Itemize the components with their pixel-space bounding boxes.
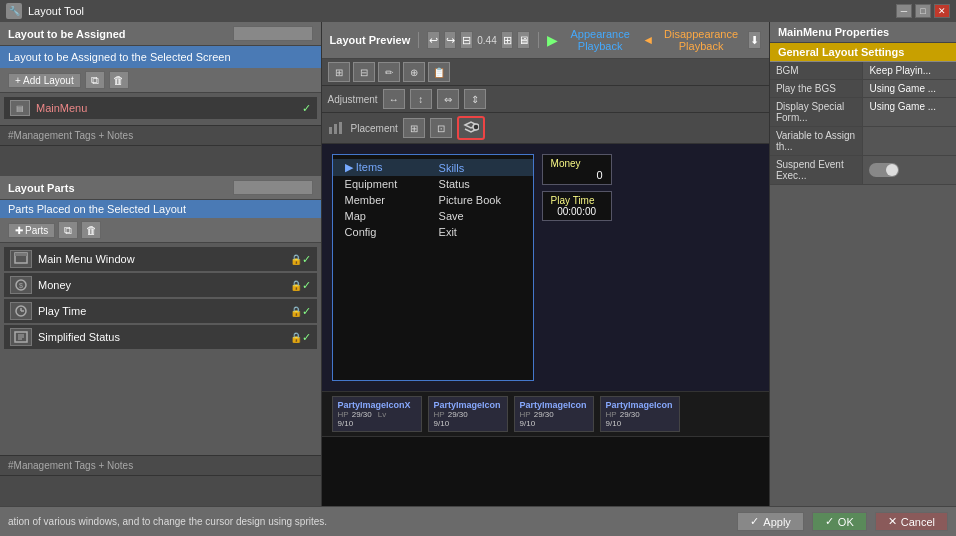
zoom-out-button[interactable]: ⊟ [460, 31, 473, 49]
ok-check-icon: ✓ [825, 515, 834, 528]
delete-layout-button[interactable]: 🗑 [109, 71, 129, 89]
tool-btn-1[interactable]: ⊞ [328, 62, 350, 82]
placement-btn-2[interactable]: ⊡ [430, 118, 452, 138]
part-icon-main-menu-window [10, 250, 32, 268]
delete-parts-button[interactable]: 🗑 [81, 221, 101, 239]
money-playtime: Money 0 Play Time 00:00:00 [542, 154, 612, 381]
tool-btn-3[interactable]: ✏ [378, 62, 400, 82]
check-icon-money: ✓ [302, 279, 311, 292]
cancel-x-icon: ✕ [888, 515, 897, 528]
management-tags-top: #Management Tags + Notes [0, 125, 321, 146]
close-button[interactable]: ✕ [934, 4, 950, 18]
table-row[interactable]: ▶ Items Skills [333, 159, 533, 176]
party-name-0: PartyImageIconX [338, 400, 416, 410]
menu-col2: Save [427, 208, 533, 224]
suspend-value[interactable] [863, 156, 956, 184]
check-icon-main-menu: ✓ [302, 253, 311, 266]
party-name-3: PartyImageIcon [606, 400, 674, 410]
undo-button[interactable]: ↩ [427, 31, 440, 49]
parts-search-input[interactable] [233, 180, 313, 195]
list-item[interactable]: Main Menu Window 🔒 ✓ [4, 247, 317, 271]
layout-parts-section: Layout Parts Parts Placed on the Selecte… [0, 176, 321, 506]
placement-btn-1[interactable]: ⊞ [403, 118, 425, 138]
separator-2 [538, 32, 539, 48]
lock-icon-simplified-status: 🔒 [290, 332, 302, 343]
list-item[interactable]: Play Time 🔒 ✓ [4, 299, 317, 323]
playtime-value: 00:00:00 [551, 206, 603, 217]
adj-btn-3[interactable]: ⇔ [437, 89, 459, 109]
cancel-button[interactable]: ✕ Cancel [875, 512, 948, 531]
party-stats-0: HP29/30 Lv [338, 410, 416, 419]
adj-btn-1[interactable]: ↔ [383, 89, 405, 109]
menu-col1: Equipment [333, 176, 427, 192]
layout-item-icon: ▤ [10, 100, 30, 116]
parts-desc: Parts Placed on the Selected Layout [0, 200, 321, 218]
bgm-value[interactable]: Keep Playin... [863, 62, 956, 79]
display-value[interactable]: Using Game ... [863, 98, 956, 126]
minimize-button[interactable]: ─ [896, 4, 912, 18]
main-content: Layout to be Assigned Layout to be Assig… [0, 22, 956, 506]
table-row[interactable]: Member Picture Book [333, 192, 533, 208]
toggle-knob [886, 164, 898, 176]
layout-item-check: ✓ [302, 102, 311, 115]
table-row[interactable]: Map Save [333, 208, 533, 224]
bgs-value[interactable]: Using Game ... [863, 80, 956, 97]
party-name-1: PartyImageIcon [434, 400, 502, 410]
disappearance-playback-button[interactable]: Disappearance Playback [658, 26, 744, 54]
part-name-play-time: Play Time [38, 305, 290, 317]
appearance-playback-button[interactable]: Appearance Playback [562, 26, 638, 54]
variable-value[interactable] [863, 127, 956, 155]
table-row[interactable]: Equipment Status [333, 176, 533, 192]
adj-btn-4[interactable]: ⇕ [464, 89, 486, 109]
settings-content: BGM Keep Playin... Play the BGS Using Ga… [770, 62, 956, 506]
add-layout-button[interactable]: + Add Layout [8, 73, 81, 88]
party-member-0: PartyImageIconX HP29/30 Lv 9/10 [332, 396, 422, 432]
layout-search-input[interactable] [233, 26, 313, 41]
add-parts-button[interactable]: ✚ Parts [8, 223, 55, 238]
display-label: Display Special Form... [770, 98, 864, 126]
preview-content: ▶ Items Skills Equipment Status Member P… [322, 144, 769, 391]
menu-table: ▶ Items Skills Equipment Status Member P… [333, 159, 533, 240]
adj-btn-2[interactable]: ↕ [410, 89, 432, 109]
list-item[interactable]: $ Money 🔒 ✓ [4, 273, 317, 297]
app-icon: 🔧 [6, 3, 22, 19]
playtime-box: Play Time 00:00:00 [542, 191, 612, 221]
placement-active-button[interactable] [457, 116, 485, 140]
layout-desc: Layout to be Assigned to the Selected Sc… [0, 46, 321, 68]
layout-assigned-header: Layout to be Assigned [0, 22, 321, 46]
redo-button[interactable]: ↪ [444, 31, 457, 49]
status-text: ation of various windows, and to change … [8, 516, 729, 527]
settings-row-variable: Variable to Assign th... [770, 127, 956, 156]
svg-rect-1 [15, 253, 27, 256]
layout-item[interactable]: ▤ MainMenu ✓ [4, 97, 317, 119]
menu-col2: Picture Book [427, 192, 533, 208]
scroll-button[interactable]: ⬇ [748, 31, 761, 49]
screen-button[interactable]: 🖥 [517, 31, 530, 49]
suspend-toggle[interactable] [869, 163, 899, 177]
table-row[interactable]: Config Exit [333, 224, 533, 240]
maximize-button[interactable]: □ [915, 4, 931, 18]
layout-item-name: MainMenu [36, 102, 302, 114]
tool-btn-2[interactable]: ⊟ [353, 62, 375, 82]
swap-icon [463, 120, 479, 136]
settings-row-suspend: Suspend Event Exec... [770, 156, 956, 185]
ok-button[interactable]: ✓ OK [812, 512, 867, 531]
copy-layout-button[interactable]: ⧉ [85, 71, 105, 89]
layout-preview-title: Layout Preview [330, 34, 411, 46]
menu-and-stats: ▶ Items Skills Equipment Status Member P… [332, 154, 612, 381]
svg-rect-11 [329, 127, 332, 134]
svg-rect-13 [339, 122, 342, 134]
list-item[interactable]: Simplified Status 🔒 ✓ [4, 325, 317, 349]
tool-btn-4[interactable]: ⊕ [403, 62, 425, 82]
placement-label: Placement [351, 123, 398, 134]
parts-list: Main Menu Window 🔒 ✓ $ Money 🔒 ✓ [0, 243, 321, 455]
play-button[interactable]: ▶ [547, 32, 558, 48]
apply-button[interactable]: ✓ Apply [737, 512, 804, 531]
center-panel: Layout Preview ↩ ↪ ⊟ 0.44 ⊞ 🖥 ▶ Appearan… [322, 22, 769, 506]
tool-btn-5[interactable]: 📋 [428, 62, 450, 82]
part-icon-simplified-status [10, 328, 32, 346]
copy-parts-button[interactable]: ⧉ [58, 221, 78, 239]
zoom-in-button[interactable]: ⊞ [501, 31, 514, 49]
layout-parts-header: Layout Parts [0, 176, 321, 200]
money-value: 0 [551, 169, 603, 181]
